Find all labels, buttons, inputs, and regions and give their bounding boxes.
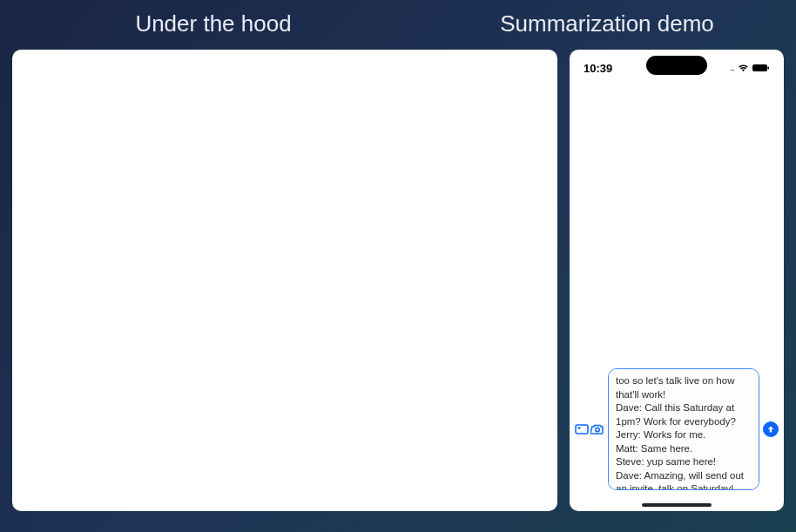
svg-rect-1 bbox=[768, 67, 770, 70]
send-button[interactable] bbox=[763, 421, 779, 437]
under-the-hood-panel bbox=[12, 50, 557, 511]
message-input[interactable] bbox=[608, 368, 759, 490]
svg-rect-0 bbox=[752, 64, 767, 71]
svg-point-4 bbox=[596, 428, 599, 431]
status-time: 10:39 bbox=[584, 62, 612, 75]
phone-mockup: 10:39 .... bbox=[570, 50, 784, 511]
under-the-hood-title: Under the hood bbox=[0, 10, 427, 37]
wifi-icon bbox=[738, 64, 749, 72]
summarization-demo-title: Summarization demo bbox=[427, 10, 787, 37]
svg-rect-2 bbox=[576, 425, 588, 434]
dynamic-island bbox=[646, 56, 707, 75]
phone-content-area bbox=[570, 81, 784, 511]
home-indicator bbox=[642, 503, 712, 507]
svg-rect-3 bbox=[578, 428, 581, 429]
apps-icon[interactable] bbox=[575, 423, 589, 435]
cellular-icon: .... bbox=[730, 64, 734, 72]
status-bar: 10:39 .... bbox=[570, 55, 784, 81]
message-input-row bbox=[575, 368, 779, 490]
camera-icon[interactable] bbox=[590, 423, 604, 435]
battery-icon bbox=[752, 64, 770, 72]
